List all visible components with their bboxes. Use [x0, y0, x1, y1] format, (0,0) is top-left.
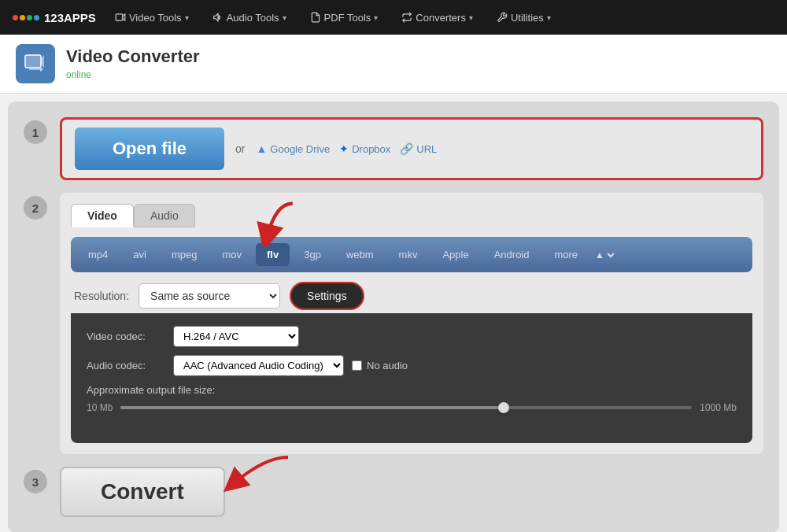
- video-codec-select[interactable]: H.264 / AVC H.265 / HEVC MPEG-4 VP9: [173, 326, 299, 347]
- slider-track: [120, 406, 692, 409]
- chevron-down-icon: ▾: [374, 13, 378, 22]
- nav-audio-tools[interactable]: Audio Tools ▾: [208, 9, 291, 27]
- chevron-down-icon: ▾: [469, 13, 473, 22]
- dropbox-label: Dropbox: [352, 143, 390, 155]
- url-link[interactable]: 🔗 URL: [400, 142, 437, 155]
- app-icon: [16, 44, 55, 83]
- format-mpeg[interactable]: mpeg: [161, 243, 209, 266]
- slider-max-label: 1000 Mb: [700, 402, 737, 413]
- google-drive-link[interactable]: ▲ Google Drive: [256, 142, 330, 155]
- format-arrow-indicator: [236, 199, 315, 246]
- convert-button[interactable]: Convert: [60, 467, 225, 517]
- format-flv[interactable]: flv: [256, 243, 290, 266]
- video-codec-label: Video codec:: [87, 331, 165, 342]
- logo-dot-blue: [34, 15, 39, 20]
- resolution-select[interactable]: Same as source 1080p 720p 480p 360p: [139, 283, 280, 308]
- no-audio-checkbox[interactable]: [352, 360, 362, 371]
- audio-icon: [212, 12, 224, 23]
- logo[interactable]: 123APPS: [13, 11, 96, 24]
- nav-converters[interactable]: Converters ▾: [397, 9, 478, 27]
- resolution-row: Resolution: Same as source 1080p 720p 48…: [71, 282, 752, 310]
- logo-text: 123APPS: [44, 11, 96, 24]
- format-type-tabs: Video Audio: [71, 204, 752, 227]
- main-content: 1 Open file or ▲ Google Drive ✦ Dropbox …: [8, 102, 779, 532]
- cloud-links: ▲ Google Drive ✦ Dropbox 🔗 URL: [256, 142, 437, 155]
- audio-codec-select[interactable]: AAC (Advanced Audio Coding) MP3 OGG: [173, 355, 344, 376]
- nav-pdf-tools[interactable]: PDF Tools ▾: [305, 9, 383, 27]
- format-more[interactable]: more: [543, 243, 589, 266]
- dropbox-icon: ✦: [339, 142, 349, 155]
- step-1-number: 1: [24, 120, 47, 144]
- filesize-section: Approximate output file size: 10 Mb 1000…: [87, 384, 737, 430]
- nav-converters-label: Converters: [416, 12, 466, 24]
- chevron-down-icon: ▾: [283, 13, 286, 22]
- logo-dot-yellow: [20, 15, 25, 20]
- top-navigation: 123APPS Video Tools ▾ Audio Tools ▾ PDF …: [0, 0, 787, 35]
- format-mp4[interactable]: mp4: [77, 243, 119, 266]
- audio-codec-row: Audio codec: AAC (Advanced Audio Coding)…: [87, 355, 737, 376]
- step-3-content: Convert: [60, 467, 763, 517]
- video-codec-row: Video codec: H.264 / AVC H.265 / HEVC MP…: [87, 326, 737, 347]
- filesize-title: Approximate output file size:: [87, 384, 737, 396]
- nav-utilities-label: Utilities: [511, 12, 544, 24]
- format-section: Video Audio: [60, 193, 763, 454]
- dropbox-link[interactable]: ✦ Dropbox: [339, 142, 390, 155]
- page-title-block: Video Converter online: [66, 46, 200, 81]
- tab-audio[interactable]: Audio: [134, 204, 195, 227]
- page-title: Video Converter: [66, 46, 200, 67]
- format-mkv[interactable]: mkv: [388, 243, 429, 266]
- format-android[interactable]: Android: [483, 243, 541, 266]
- format-more-select[interactable]: ▲: [592, 249, 617, 261]
- settings-button[interactable]: Settings: [290, 282, 364, 310]
- svg-rect-2: [25, 55, 41, 68]
- format-buttons-row: mp4 avi mpeg mov flv 3gp webm mkv Apple …: [71, 237, 752, 272]
- step-2-content: Video Audio: [60, 193, 763, 454]
- format-3gp[interactable]: 3gp: [293, 243, 332, 266]
- tab-video-label: Video: [87, 209, 117, 222]
- logo-dot-green: [27, 15, 32, 20]
- no-audio-text: No audio: [367, 360, 408, 371]
- url-label: URL: [416, 143, 437, 155]
- nav-video-tools[interactable]: Video Tools ▾: [110, 9, 194, 27]
- nav-pdf-tools-label: PDF Tools: [324, 12, 371, 24]
- format-apple[interactable]: Apple: [431, 243, 479, 266]
- svg-rect-0: [116, 14, 123, 20]
- google-drive-icon: ▲: [256, 142, 267, 155]
- resolution-label: Resolution:: [74, 290, 129, 302]
- page-status: online: [66, 69, 91, 80]
- format-avi[interactable]: avi: [122, 243, 157, 266]
- step-2-section: 2 Video Audio: [24, 193, 763, 454]
- svg-marker-5: [40, 67, 43, 72]
- nav-audio-tools-label: Audio Tools: [227, 12, 279, 24]
- convert-arrow-indicator: [209, 451, 304, 494]
- step-3-number: 3: [24, 470, 47, 493]
- step-1-section: 1 Open file or ▲ Google Drive ✦ Dropbox …: [24, 117, 763, 180]
- chevron-down-icon: ▾: [547, 13, 551, 22]
- format-webm[interactable]: webm: [335, 243, 385, 266]
- slider-fill: [120, 406, 503, 409]
- step-1-content: Open file or ▲ Google Drive ✦ Dropbox 🔗 …: [60, 117, 763, 180]
- page-header: Video Converter online: [0, 35, 787, 94]
- converters-icon: [401, 12, 412, 23]
- convert-area: Convert: [60, 467, 763, 517]
- tab-audio-label: Audio: [150, 209, 179, 222]
- tab-video[interactable]: Video: [71, 204, 134, 227]
- format-mov[interactable]: mov: [211, 243, 253, 266]
- nav-video-tools-label: Video Tools: [129, 12, 182, 24]
- slider-thumb[interactable]: [498, 402, 509, 413]
- logo-dots: [13, 15, 39, 20]
- no-audio-label: No audio: [352, 360, 408, 371]
- settings-panel: Video codec: H.264 / AVC H.265 / HEVC MP…: [71, 313, 752, 443]
- open-file-area: Open file or ▲ Google Drive ✦ Dropbox 🔗 …: [60, 117, 763, 180]
- open-file-button[interactable]: Open file: [75, 127, 224, 170]
- pdf-icon: [310, 12, 321, 23]
- format-row-wrapper: mp4 avi mpeg mov flv 3gp webm mkv Apple …: [71, 237, 752, 272]
- nav-utilities[interactable]: Utilities ▾: [492, 9, 556, 27]
- step-2-number: 2: [24, 196, 47, 220]
- audio-codec-label: Audio codec:: [87, 360, 165, 371]
- video-icon: [115, 12, 126, 23]
- logo-dot-red: [13, 15, 18, 20]
- video-converter-icon: [24, 52, 47, 76]
- url-icon: 🔗: [400, 142, 413, 155]
- slider-min-label: 10 Mb: [87, 402, 113, 413]
